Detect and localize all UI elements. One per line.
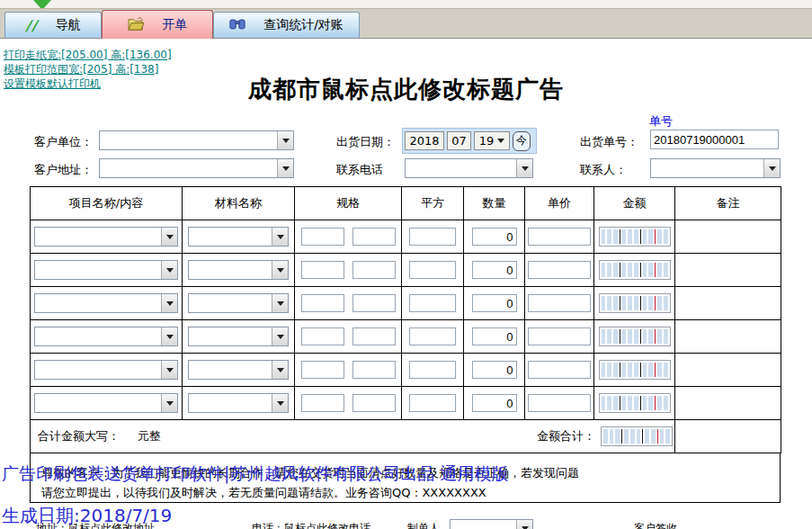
spec-height-input[interactable] [352,261,396,279]
spec-height-input[interactable] [352,327,396,345]
sqm-input[interactable] [409,394,456,412]
unit-price-input[interactable] [528,228,591,246]
chevron-down-icon[interactable] [272,327,288,345]
chevron-down-icon[interactable] [161,394,177,412]
ship-date-picker[interactable]: 2018 07 19 今 [402,128,537,154]
unit-price-input[interactable] [528,327,591,345]
item-name-input[interactable] [35,394,161,412]
item-name-input[interactable] [35,261,161,279]
qty-input[interactable] [472,394,517,412]
material-combobox[interactable] [188,327,289,346]
tab-query-stats[interactable]: 查询统计/对账 [213,12,360,38]
footer-phone-edit[interactable]: 电话：鼠标点此修改电话 [252,521,370,529]
tab-create-order[interactable]: 开单 [102,10,213,39]
item-name-input[interactable] [35,294,161,312]
chevron-down-icon[interactable] [161,361,177,379]
chevron-down-icon[interactable] [272,261,288,279]
chevron-down-icon[interactable] [277,159,293,177]
customer-address-input[interactable] [100,159,277,177]
amount-digitbox[interactable] [599,393,671,413]
sqm-input[interactable] [409,261,456,279]
remark-cell[interactable] [675,387,781,420]
customer-unit-combobox[interactable] [99,130,294,150]
amount-digitbox[interactable] [599,260,671,280]
material-combobox[interactable] [188,227,289,247]
material-input[interactable] [189,228,272,246]
sqm-input[interactable] [409,327,456,345]
amount-digitbox[interactable] [599,293,671,313]
material-combobox[interactable] [188,393,289,413]
unit-price-input[interactable] [528,294,591,312]
chevron-down-icon[interactable] [272,361,288,379]
today-button[interactable]: 今 [513,131,531,151]
item-name-combobox[interactable] [34,260,178,280]
tab-navigation[interactable]: // 导航 [4,12,102,38]
page-title[interactable]: 成都市鼠标点此修改标题广告 [0,74,812,105]
sqm-input[interactable] [409,294,456,312]
date-month-segment[interactable]: 07 [447,131,471,150]
material-combobox[interactable] [188,293,289,313]
chevron-down-icon[interactable] [272,394,288,412]
contact-person-combobox[interactable] [650,158,781,178]
customer-address-combobox[interactable] [99,158,294,178]
spec-width-input[interactable] [301,261,344,279]
date-year-segment[interactable]: 2018 [405,131,444,150]
chevron-down-icon[interactable] [272,294,288,312]
ship-order-no-input[interactable] [650,130,779,149]
amount-digitbox[interactable] [599,227,671,247]
unit-price-input[interactable] [528,394,591,412]
material-input[interactable] [189,261,272,279]
order-number-tag-link[interactable]: 单号 [649,113,673,130]
remark-cell[interactable] [675,254,781,287]
spec-height-input[interactable] [352,361,396,379]
spec-width-input[interactable] [301,361,344,379]
chevron-down-icon[interactable] [516,520,532,529]
spec-width-input[interactable] [301,394,344,412]
qty-input[interactable] [472,294,517,312]
material-combobox[interactable] [188,260,289,280]
material-input[interactable] [189,294,272,312]
chevron-down-icon[interactable] [161,261,177,279]
order-maker-combobox[interactable] [450,519,533,529]
spec-height-input[interactable] [352,394,396,412]
qty-input[interactable] [472,261,517,279]
item-name-combobox[interactable] [34,227,178,247]
chevron-down-icon[interactable] [277,131,293,149]
material-combobox[interactable] [188,360,289,380]
order-maker-input[interactable] [451,520,516,529]
remark-cell[interactable] [675,320,781,354]
item-name-combobox[interactable] [34,393,178,413]
material-input[interactable] [189,327,272,345]
remark-cell[interactable] [675,220,781,254]
unit-price-input[interactable] [528,361,591,379]
material-input[interactable] [189,361,272,379]
chevron-down-icon[interactable] [161,327,177,345]
qty-input[interactable] [472,327,517,345]
material-input[interactable] [189,394,272,412]
qty-input[interactable] [472,228,517,246]
spec-width-input[interactable] [301,327,344,345]
spec-width-input[interactable] [301,294,344,312]
amount-digitbox[interactable] [599,360,671,380]
customer-unit-input[interactable] [100,131,277,149]
contact-phone-input[interactable] [406,159,516,177]
print-paper-size-link[interactable]: 打印走纸宽:[205.00] 高:[136.00] [4,48,172,63]
contact-person-input[interactable] [651,159,763,177]
chevron-down-icon[interactable] [516,159,532,177]
chevron-down-icon[interactable] [161,228,177,246]
chevron-down-icon[interactable] [763,159,780,177]
spec-width-input[interactable] [301,228,344,246]
contact-phone-combobox[interactable] [405,158,533,178]
item-name-combobox[interactable] [34,360,178,380]
spec-height-input[interactable] [352,294,396,312]
qty-input[interactable] [472,361,517,379]
item-name-input[interactable] [35,228,161,246]
unit-price-input[interactable] [528,261,591,279]
remark-cell[interactable] [675,287,781,320]
amount-total-digitbox[interactable] [601,426,673,446]
item-name-input[interactable] [35,327,161,345]
date-day-segment[interactable]: 19 [474,131,510,150]
sqm-input[interactable] [409,361,456,379]
chevron-down-icon[interactable] [272,228,288,246]
item-name-combobox[interactable] [34,293,178,313]
